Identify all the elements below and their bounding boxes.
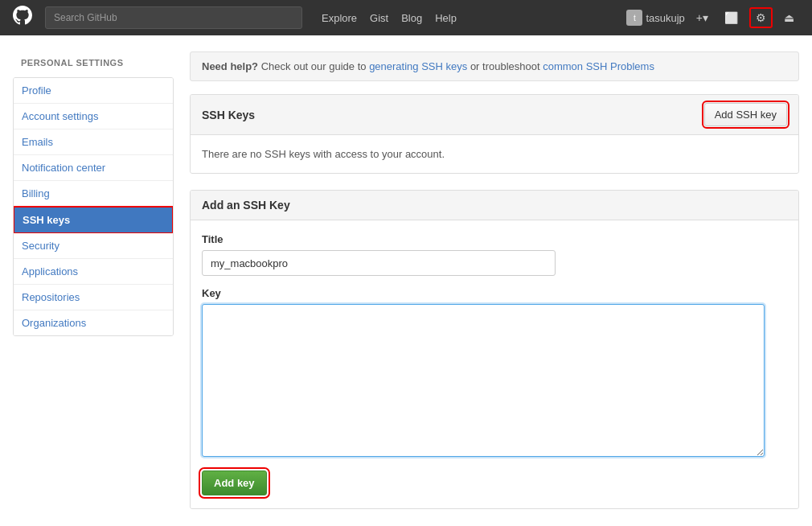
help-link-common-problems[interactable]: common SSH Problems xyxy=(543,60,654,72)
sidebar-link-applications[interactable]: Applications xyxy=(14,259,173,285)
sidebar-item-profile[interactable]: Profile xyxy=(14,78,173,104)
search-input[interactable] xyxy=(45,6,302,29)
add-ssh-form-title: Add an SSH Key xyxy=(202,199,290,212)
add-ssh-key-button[interactable]: Add SSH key xyxy=(704,103,787,126)
ssh-keys-empty-message: There are no SSH keys with access to you… xyxy=(202,148,787,160)
help-bar: Need help? Check out our guide to genera… xyxy=(190,51,799,81)
sidebar-item-ssh-keys[interactable]: SSH keys xyxy=(14,206,173,234)
sidebar-link-notifications[interactable]: Notification center xyxy=(14,155,173,181)
add-ssh-form-body: Title Key Add key xyxy=(191,220,798,508)
help-link-generating[interactable]: generating SSH keys xyxy=(369,60,467,72)
gear-icon: ⚙ xyxy=(756,12,766,23)
ssh-keys-section: SSH Keys Add SSH key There are no SSH ke… xyxy=(190,94,799,174)
signout-icon: ⏏ xyxy=(784,11,794,24)
help-text-or: or troubleshoot xyxy=(470,60,543,72)
plus-icon-button[interactable]: +▾ xyxy=(691,8,713,27)
sidebar-link-organizations[interactable]: Organizations xyxy=(14,310,173,335)
title-input[interactable] xyxy=(202,250,556,276)
sidebar-link-account[interactable]: Account settings xyxy=(14,104,173,129)
add-key-button[interactable]: Add key xyxy=(202,471,267,495)
sidebar-item-repositories[interactable]: Repositories xyxy=(14,285,173,310)
sidebar-item-organizations[interactable]: Organizations xyxy=(14,310,173,335)
key-label: Key xyxy=(202,287,787,299)
sidebar-item-billing[interactable]: Billing xyxy=(14,181,173,207)
sidebar-heading: Personal settings xyxy=(13,51,174,74)
page-container: Personal settings Profile Account settin… xyxy=(0,35,812,526)
sidebar-item-notifications[interactable]: Notification center xyxy=(14,155,173,181)
nav-gist[interactable]: Gist xyxy=(370,12,388,24)
sidebar-item-emails[interactable]: Emails xyxy=(14,129,173,155)
header-nav: Explore Gist Blog Help xyxy=(322,12,457,24)
main-content: Need help? Check out our guide to genera… xyxy=(190,51,799,525)
avatar: t xyxy=(626,10,642,26)
username-label: tasukujp xyxy=(646,12,684,24)
key-form-group: Key xyxy=(202,287,787,459)
monitor-icon-button[interactable]: ⬜ xyxy=(720,8,743,27)
plus-icon: +▾ xyxy=(696,11,708,24)
sidebar-nav: Profile Account settings Emails Notifica… xyxy=(13,77,174,336)
add-ssh-form-section: Add an SSH Key Title Key Add key xyxy=(190,190,799,509)
github-logo-icon xyxy=(13,6,32,30)
search-bar[interactable] xyxy=(45,6,302,29)
sidebar-link-emails[interactable]: Emails xyxy=(14,129,173,155)
sidebar-link-ssh-keys[interactable]: SSH keys xyxy=(13,206,174,234)
sidebar-link-security[interactable]: Security xyxy=(14,233,173,259)
main-header: Explore Gist Blog Help t tasukujp +▾ ⬜ ⚙… xyxy=(0,0,812,35)
ssh-keys-title: SSH Keys xyxy=(202,109,255,121)
sidebar: Personal settings Profile Account settin… xyxy=(13,51,174,525)
sidebar-link-repositories[interactable]: Repositories xyxy=(14,285,173,310)
settings-gear-button[interactable]: ⚙ xyxy=(749,7,773,28)
monitor-icon: ⬜ xyxy=(724,11,738,24)
title-form-group: Title xyxy=(202,233,787,276)
signout-button[interactable]: ⏏ xyxy=(779,8,799,27)
key-textarea[interactable] xyxy=(202,304,765,457)
nav-blog[interactable]: Blog xyxy=(401,12,422,24)
ssh-keys-body: There are no SSH keys with access to you… xyxy=(191,135,798,173)
sidebar-link-billing[interactable]: Billing xyxy=(14,181,173,207)
nav-help[interactable]: Help xyxy=(435,12,457,24)
help-need-help: Need help? xyxy=(202,60,258,72)
ssh-keys-header: SSH Keys Add SSH key xyxy=(191,95,798,135)
user-info: t tasukujp xyxy=(626,10,684,26)
add-ssh-form-header: Add an SSH Key xyxy=(191,191,798,220)
sidebar-link-profile[interactable]: Profile xyxy=(14,78,173,104)
title-label: Title xyxy=(202,233,787,245)
sidebar-item-applications[interactable]: Applications xyxy=(14,259,173,285)
nav-explore[interactable]: Explore xyxy=(322,12,357,24)
help-text-mid: Check out our guide to xyxy=(261,60,369,72)
header-right: t tasukujp +▾ ⬜ ⚙ ⏏ xyxy=(626,7,799,28)
sidebar-item-security[interactable]: Security xyxy=(14,233,173,259)
sidebar-item-account[interactable]: Account settings xyxy=(14,104,173,129)
submit-group: Add key xyxy=(202,471,787,495)
